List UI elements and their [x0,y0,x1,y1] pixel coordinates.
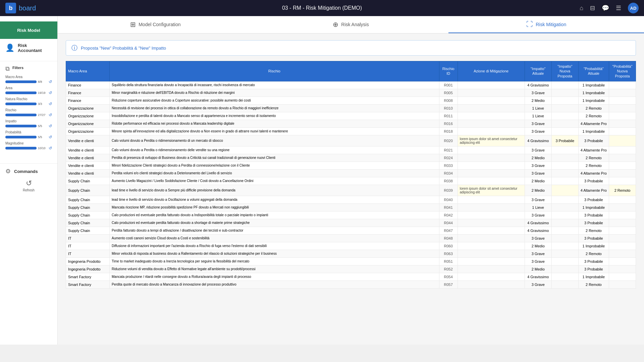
cell-prob-np[interactable] [609,89,636,97]
cell-imp-np[interactable] [551,89,578,97]
cell-imp-np[interactable] [551,242,578,250]
cell-prob-np[interactable] [609,162,636,169]
info-icon: ⓘ [71,44,77,52]
cell-azione[interactable] [458,146,525,154]
cell-prob-np[interactable] [609,281,636,288]
cell-imp-np[interactable] [551,154,578,162]
cell-imp-np[interactable] [551,81,578,89]
cell-azione[interactable] [458,112,525,120]
cell-azione[interactable] [458,273,525,281]
cell-prob-np[interactable] [609,146,636,154]
cell-azione[interactable] [458,203,525,211]
cell-azione[interactable]: lorem ipsum dolor sit amet consectetur a… [458,185,525,196]
cell-prob-np[interactable] [609,265,636,273]
cell-imp-np[interactable] [551,250,578,257]
cell-azione[interactable] [458,196,525,203]
filter-refresh-icon[interactable]: ↺ [49,113,52,117]
cell-prob-np[interactable] [609,154,636,162]
filter-refresh-icon[interactable]: ↺ [49,124,52,128]
cell-imp-np[interactable] [551,203,578,211]
cell-azione[interactable] [458,211,525,219]
cell-prob-np[interactable] [609,219,636,227]
refresh-button[interactable]: ↺ Refresh [5,179,52,192]
cell-prob-np[interactable] [609,273,636,281]
cell-imp-np[interactable] [551,146,578,154]
cell-imp-np[interactable] [551,104,578,112]
cell-prob-np[interactable] [609,257,636,265]
filter-value: 19/19 [38,91,47,95]
cell-prob-np[interactable] [609,234,636,242]
chat-icon[interactable]: 💬 [602,4,609,12]
cell-prob-att: 3 Probabile [578,257,609,265]
cell-imp-np[interactable] [551,162,578,169]
cell-imp-np[interactable] [551,273,578,281]
cell-imp-np[interactable] [551,211,578,219]
cell-imp-np[interactable] [551,185,578,196]
cell-azione[interactable] [458,281,525,288]
cell-prob-np[interactable] [609,196,636,203]
cell-azione[interactable] [458,227,525,234]
cell-azione[interactable] [458,219,525,227]
cell-imp-np[interactable] [551,257,578,265]
cell-prob-np[interactable] [609,250,636,257]
cell-imp-np[interactable] [551,112,578,120]
menu-icon[interactable]: ☰ [616,4,621,12]
cell-azione[interactable] [458,120,525,127]
cell-azione[interactable] [458,89,525,97]
filter-refresh-icon[interactable]: ↺ [49,79,52,84]
cell-azione[interactable] [458,234,525,242]
cell-imp-np[interactable] [551,177,578,185]
cell-prob-np[interactable] [609,97,636,104]
cell-imp-np[interactable] [551,120,578,127]
cell-imp-np[interactable] [551,281,578,288]
cell-prob-np[interactable] [609,112,636,120]
cell-imp-np[interactable] [551,219,578,227]
cell-prob-np[interactable] [609,177,636,185]
cell-prob-np[interactable] [609,169,636,177]
cell-azione[interactable] [458,242,525,250]
cell-azione[interactable] [458,104,525,112]
cell-prob-np[interactable] [609,135,636,146]
cell-imp-np[interactable] [551,127,578,135]
cell-azione[interactable] [458,257,525,265]
cell-prob-np[interactable] [609,104,636,112]
table-row: Organizzazione Minore spinta all'innovaz… [66,127,636,135]
cell-prob-np[interactable] [609,227,636,234]
cell-imp-np[interactable] [551,265,578,273]
avatar[interactable]: AD [628,3,639,13]
cell-prob-np[interactable] [609,120,636,127]
cell-rischio: lead time e livello di servizio dovuto a… [110,185,439,196]
cell-azione[interactable]: lorem ipsum dolor sit amet consectetur a… [458,135,525,146]
cell-prob-np[interactable] [609,81,636,89]
filter-refresh-icon[interactable]: ↺ [49,135,52,139]
cell-prob-np[interactable] [609,127,636,135]
cell-azione[interactable] [458,81,525,89]
cell-azione[interactable] [458,154,525,162]
cell-imp-np[interactable] [551,97,578,104]
cell-azione[interactable] [458,127,525,135]
home-icon[interactable]: ⌂ [580,5,583,12]
cell-azione[interactable] [458,97,525,104]
cell-prob-np[interactable] [609,211,636,219]
cell-azione[interactable] [458,265,525,273]
cell-imp-np[interactable] [551,169,578,177]
cell-azione[interactable] [458,250,525,257]
tab-risk-mitigation[interactable]: ⛶ Risk Mitigation [448,16,644,33]
cell-imp-np[interactable]: 3 Probabile [551,135,578,146]
cell-prob-np[interactable] [609,203,636,211]
cell-prob-np[interactable] [609,242,636,250]
tab-risk-analysis[interactable]: ⊕ Risk Analysis [253,16,449,33]
cell-imp-np[interactable] [551,227,578,234]
cell-azione[interactable] [458,162,525,169]
print-icon[interactable]: ⊟ [590,4,595,12]
filter-name: Probabilità [5,130,52,134]
filter-refresh-icon[interactable]: ↺ [49,146,52,150]
cell-azione[interactable] [458,169,525,177]
cell-imp-np[interactable] [551,234,578,242]
tab-model-configuration[interactable]: ⊞ Model Configuration [58,16,253,33]
cell-imp-np[interactable] [551,196,578,203]
filter-refresh-icon[interactable]: ↺ [49,102,52,106]
cell-azione[interactable] [458,177,525,185]
cell-prob-np[interactable]: 2 Remoto [609,185,636,196]
filter-refresh-icon[interactable]: ↺ [49,90,52,95]
